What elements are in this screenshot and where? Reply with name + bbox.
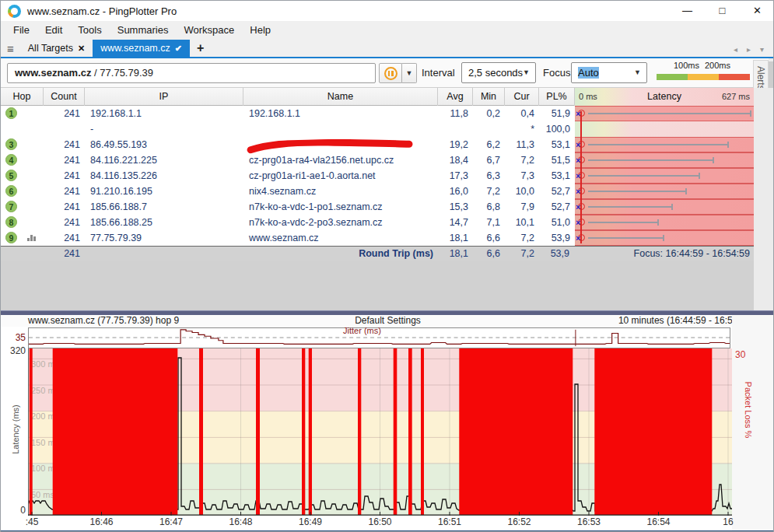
latency-mini-graph: × xyxy=(575,152,754,168)
menu-item-edit[interactable]: Edit xyxy=(37,21,70,40)
tab-bar: ≡ All Targets✕www.seznam.cz✔ + ◂▸▾ xyxy=(1,40,774,58)
cell-count: 241 xyxy=(44,168,80,184)
latency-timeline-chart[interactable]: 300 ms250 ms200 ms150 ms100 ms50 ms xyxy=(28,348,732,516)
tab-scroll-right-icon[interactable]: ▸ xyxy=(747,45,751,54)
timeline-settings-label[interactable]: Default Settings xyxy=(355,315,421,327)
time-tick-label: 16 xyxy=(723,516,733,527)
time-tick-label: 16:49 xyxy=(299,516,322,527)
column-header-name[interactable]: Name xyxy=(243,88,438,106)
minimize-icon[interactable]: — xyxy=(670,1,705,21)
current-latency-trace-line xyxy=(580,111,582,243)
time-tick-label: 16:52 xyxy=(507,516,531,527)
latency-max-tick xyxy=(685,188,687,194)
cell-pl: 53,9 xyxy=(539,230,570,246)
column-header-min[interactable]: Min xyxy=(473,88,505,106)
table-row[interactable]: 324186.49.55.19319,26,211,353,1× xyxy=(1,137,754,152)
add-tab-button[interactable]: + xyxy=(190,41,211,57)
time-tick-label: 16:46 xyxy=(89,516,113,527)
table-row[interactable]: 1241192.168.1.1192.168.1.111,80,20,451,9… xyxy=(1,106,754,121)
trace-table-rows: 1241192.168.1.1192.168.1.111,80,20,451,9… xyxy=(1,106,754,246)
latency-max-tick xyxy=(671,204,673,210)
tab-www-seznam-cz[interactable]: www.seznam.cz✔ xyxy=(93,40,190,57)
menu-item-help[interactable]: Help xyxy=(242,21,278,40)
tab-scroll-left-icon[interactable]: ◂ xyxy=(734,45,737,54)
tab-list-icon[interactable]: ▾ xyxy=(760,45,764,54)
cell-min: 6,3 xyxy=(473,168,500,184)
column-header-hop[interactable]: Hop xyxy=(1,88,44,106)
interval-select[interactable]: 2,5 seconds ▼ xyxy=(461,62,536,83)
column-header-cur[interactable]: Cur xyxy=(505,88,539,106)
menu-item-workspace[interactable]: Workspace xyxy=(176,21,242,40)
latency-max-tick xyxy=(663,235,664,241)
table-row[interactable]: 7241185.66.188.7n7k-ko-a-vdc-1-po1.sezna… xyxy=(1,199,754,215)
scale-gradient-bar xyxy=(657,74,750,80)
cell-cur: 10,1 xyxy=(505,215,534,230)
latency-axis-min: 0 xyxy=(4,505,26,516)
menu-item-file[interactable]: File xyxy=(5,21,37,40)
cell-min: 7,1 xyxy=(473,215,500,230)
cell-count: 241 xyxy=(44,106,80,121)
cell-ip: 192.168.1.1 xyxy=(85,106,243,121)
cell-min: 6,7 xyxy=(473,152,500,168)
cell-ip: 84.116.135.226 xyxy=(85,168,243,184)
latency-max-tick xyxy=(727,142,729,148)
latency-max-tick xyxy=(750,110,751,117)
latency-range-bar xyxy=(588,191,685,192)
cell-name: cz-prg01a-ri1-ae1-0.aorta.net xyxy=(243,168,438,184)
tab-check-icon[interactable]: ✔ xyxy=(175,44,182,54)
target-input[interactable]: www.seznam.cz / 77.75.79.39 xyxy=(7,63,376,83)
toolbar: www.seznam.cz / 77.75.79.39 ▼ Interval 2… xyxy=(1,58,774,88)
latency-scale-max: 627 ms xyxy=(722,88,750,106)
column-header-pl[interactable]: PL% xyxy=(539,88,575,106)
latency-max-tick xyxy=(713,157,714,163)
cell-pl: 52,7 xyxy=(539,184,570,199)
empty-panel xyxy=(1,261,754,310)
cell-count: 241 xyxy=(44,137,80,152)
column-header-ip[interactable]: IP xyxy=(85,88,243,106)
tab-all-targets[interactable]: All Targets✕ xyxy=(20,40,93,57)
cell-avg: 15,3 xyxy=(438,199,468,215)
menu-item-tools[interactable]: Tools xyxy=(70,21,109,40)
latency-range-bar xyxy=(588,222,657,223)
column-header-latency[interactable]: 0 msLatency627 ms xyxy=(575,88,754,106)
packet-loss-axis-max: 30 xyxy=(735,349,745,360)
table-row[interactable]: 924177.75.79.39www.seznam.cz18,16,67,253… xyxy=(1,230,754,246)
cell-pl: 52,7 xyxy=(539,199,570,215)
maximize-icon[interactable]: □ xyxy=(705,1,740,21)
column-header-count[interactable]: Count xyxy=(44,88,85,106)
latency-range-bar xyxy=(588,206,671,208)
interval-label: Interval xyxy=(422,67,455,79)
focus-label: Focus xyxy=(543,67,570,79)
table-row[interactable]: -*100,0 xyxy=(1,121,754,137)
column-header-avg[interactable]: Avg xyxy=(438,88,473,106)
tab-close-icon[interactable]: ✕ xyxy=(78,44,85,54)
latency-axis-title: Latency (ms) xyxy=(11,394,20,464)
time-tick-label: 16:51 xyxy=(438,516,461,527)
graph-right-margin xyxy=(732,315,774,530)
pause-dropdown-button[interactable]: ▼ xyxy=(402,63,417,83)
tab-scroll-controls[interactable]: ◂▸▾ xyxy=(734,45,774,57)
jitter-chart-label: Jitter (ms) xyxy=(343,326,381,335)
window-controls: — □ ✕ xyxy=(670,1,774,21)
latency-range-bar xyxy=(588,113,750,114)
focus-select[interactable]: Auto ▼ xyxy=(571,62,647,83)
cell-cur: 7,2 xyxy=(505,230,534,246)
chevron-down-icon: ▼ xyxy=(523,63,530,82)
cell-cur: 7,3 xyxy=(505,168,534,184)
hamburger-icon[interactable]: ≡ xyxy=(1,42,20,57)
close-icon[interactable]: ✕ xyxy=(740,1,774,21)
cell-name: n7k-ko-a-vdc-1-po1.seznam.cz xyxy=(243,199,438,215)
scale-100ms-label: 100ms xyxy=(674,61,699,70)
menu-item-summaries[interactable]: Summaries xyxy=(110,21,177,40)
table-row[interactable]: 8241185.66.188.25n7k-ko-a-vdc-2-po3.sezn… xyxy=(1,215,754,230)
table-row[interactable]: 424184.116.221.225cz-prg01a-ra4-vla2156.… xyxy=(1,152,754,168)
packet-loss-axis-title: Packet Loss % xyxy=(744,375,753,445)
latency-mini-graph: × xyxy=(575,106,754,121)
table-row[interactable]: 624191.210.16.195nix4.seznam.cz16,07,210… xyxy=(1,184,754,199)
hop-number-badge: 5 xyxy=(5,170,17,181)
cell-ip: 77.75.79.39 xyxy=(85,230,243,246)
pause-button[interactable] xyxy=(379,63,402,83)
table-row[interactable]: 524184.116.135.226cz-prg01a-ri1-ae1-0.ao… xyxy=(1,168,754,184)
latency-scale-min: 0 ms xyxy=(579,88,597,106)
cell-cur: 10,0 xyxy=(505,184,534,199)
